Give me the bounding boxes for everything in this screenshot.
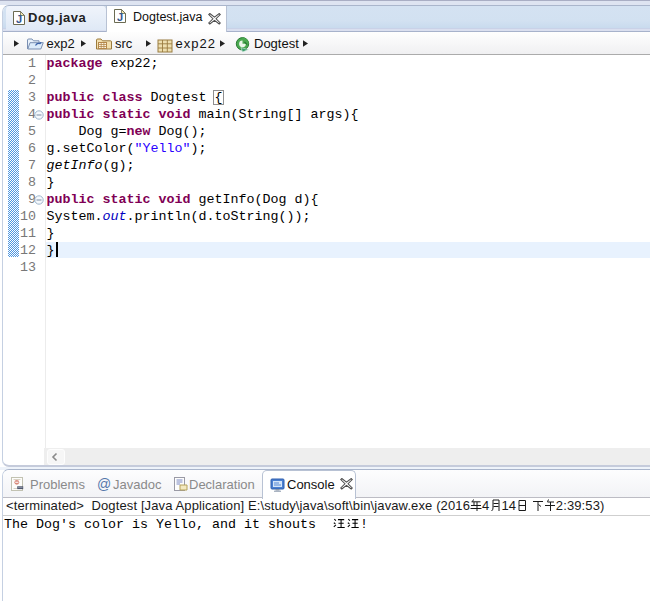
svg-text:J: J <box>16 13 22 25</box>
svg-text:J: J <box>117 11 123 23</box>
